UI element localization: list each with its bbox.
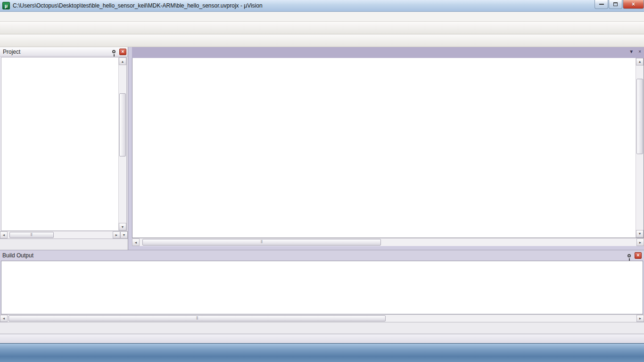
scroll-right-icon[interactable]: ► [636,239,644,246]
minimize-button[interactable] [594,0,608,9]
restore-button[interactable] [609,0,622,9]
scroll-up-icon[interactable]: ▲ [636,58,644,66]
scroll-left-icon[interactable]: ◄ [0,315,8,322]
scroll-up-icon[interactable]: ▲ [119,58,126,65]
build-output-close-icon[interactable]: × [635,252,642,259]
scroll-right-icon[interactable]: ► [113,231,120,239]
project-panel-close-icon[interactable]: × [119,49,126,55]
project-vertical-scrollbar[interactable]: ▲ ▼ [118,58,126,230]
tab-list-dropdown-icon[interactable]: ▼ [629,49,634,54]
uvision-logo-icon: µ [2,2,10,9]
scroll-left-icon[interactable]: ◄ [0,231,8,239]
window-title: C:\Users\Octopus\Desktop\test\ble_hello_… [13,2,263,9]
scroll-corner-icon[interactable]: ▼ [120,231,128,239]
build-output-pin-icon[interactable] [627,254,631,257]
scroll-down-icon[interactable]: ▼ [636,230,644,238]
windows-taskbar [0,343,644,362]
menu-bar [0,12,644,22]
document-close-icon[interactable]: × [638,49,641,54]
build-output-log[interactable] [1,261,643,314]
file-toolbar [0,22,644,34]
project-panel-header: Project × [0,47,128,57]
output-panel-tabs [0,322,644,334]
project-tree [1,58,118,230]
build-output-panel: Build Output × ◄ ► [0,250,644,334]
editor-vertical-scrollbar[interactable]: ▲ ▼ [636,58,644,238]
pin-icon[interactable] [112,50,116,53]
status-bar [0,334,644,343]
build-toolbar [0,34,644,47]
scroll-down-icon[interactable]: ▼ [119,223,126,230]
scroll-right-icon[interactable]: ► [636,315,644,322]
project-panel-tabs [0,239,128,250]
project-horizontal-scrollbar[interactable]: ◄ ► ▼ [0,231,128,239]
title-bar: µ C:\Users\Octopus\Desktop\test\ble_hell… [0,0,644,12]
close-button[interactable]: × [623,0,644,9]
editor-panel: ▼ × ▲ ▼ ◄ ► [132,47,644,250]
editor-horizontal-scrollbar[interactable]: ◄ ► [132,238,644,246]
editor-tab-bar: ▼ × [132,47,644,58]
code-editor[interactable]: ▲ ▼ [132,58,644,238]
uvision-window: µ C:\Users\Octopus\Desktop\test\ble_hell… [0,0,644,362]
scroll-left-icon[interactable]: ◄ [132,239,140,246]
project-panel-title: Project [3,49,112,55]
project-panel: Project × ▲ ▼ ◄ ► ▼ [0,47,128,250]
build-output-scrollbar[interactable]: ◄ ► [0,314,644,322]
build-output-title: Build Output [2,252,627,259]
